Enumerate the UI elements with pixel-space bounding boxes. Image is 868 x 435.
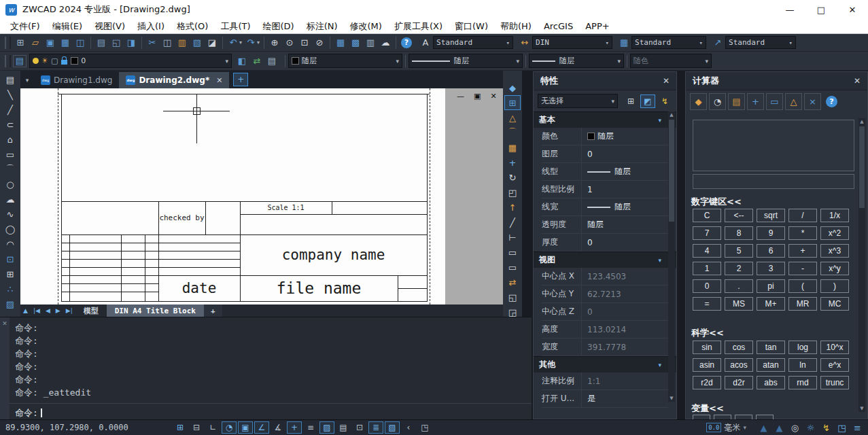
- section-header-3[interactable]: 其他▾: [534, 356, 676, 372]
- document-tab-1[interactable]: dwgDrawing1.dwg: [34, 72, 119, 88]
- rectangle-icon[interactable]: ▭: [2, 147, 18, 162]
- settings-gear-icon[interactable]: ☼: [803, 421, 818, 434]
- scroll-down-icon[interactable]: ▼: [668, 395, 675, 402]
- print-preview-icon[interactable]: ◱: [109, 36, 124, 50]
- palette-grip-icon[interactable]: ▤: [2, 72, 18, 87]
- menu-item-express[interactable]: 扩展工具(X): [388, 19, 449, 33]
- redo-icon[interactable]: ↷: [243, 36, 258, 50]
- scroll-down-icon[interactable]: ▼: [858, 405, 865, 412]
- numpad-key-x^2[interactable]: x^2: [820, 226, 849, 240]
- dim-style-icon[interactable]: ↔: [517, 36, 532, 50]
- color-control-select[interactable]: 随层 ▾: [288, 54, 402, 68]
- numpad-key--[interactable]: -: [788, 262, 817, 275]
- property-value[interactable]: 0: [582, 150, 593, 159]
- numpad-key-+[interactable]: +: [788, 244, 817, 258]
- tab-close-icon[interactable]: ✕: [216, 76, 222, 85]
- layer-previous-icon[interactable]: ⇄: [249, 54, 264, 68]
- selection-filter-icon[interactable]: ◎: [787, 421, 803, 434]
- annotation-monitor-toggle[interactable]: ≣: [368, 421, 383, 434]
- section-collapse-icon[interactable]: ▾: [658, 362, 661, 368]
- numpad-key-9[interactable]: 9: [757, 226, 785, 240]
- calculator-close-icon[interactable]: ✕: [854, 76, 861, 86]
- toolbar-grip[interactable]: [5, 37, 11, 49]
- copy-icon[interactable]: ⊞: [504, 95, 521, 110]
- numpad-key-0[interactable]: 0: [693, 279, 721, 293]
- calculator-scrollbar[interactable]: ▲ ▼: [858, 118, 865, 412]
- markup-cloud-icon[interactable]: ☁: [378, 36, 393, 50]
- page-setup-icon[interactable]: ▧: [190, 36, 205, 50]
- sci-key-10^x[interactable]: 10^x: [820, 341, 849, 354]
- menu-item-view[interactable]: 视图(V): [88, 19, 131, 33]
- quick-select-icon[interactable]: ⊞: [623, 94, 638, 108]
- toolbar-grip[interactable]: [5, 55, 11, 67]
- next-layout-button[interactable]: ▶: [53, 307, 63, 314]
- numpad-key-pi[interactable]: pi: [757, 279, 785, 293]
- numpad-key-MC[interactable]: MC: [820, 297, 849, 311]
- numpad-key-.[interactable]: .: [725, 279, 753, 293]
- command-prompt[interactable]: 命令:: [15, 407, 42, 419]
- ucs-display-toggle[interactable]: ▧: [385, 421, 400, 434]
- dim-style-select[interactable]: DIN▾: [532, 36, 612, 49]
- numpad-key-)[interactable]: ): [820, 279, 849, 293]
- property-value[interactable]: 1:1: [582, 377, 600, 386]
- grid-display-toggle[interactable]: ⊞: [173, 421, 188, 434]
- new-layout-button[interactable]: +: [204, 304, 222, 317]
- menu-item-app[interactable]: APP+: [579, 19, 615, 33]
- numpad-key-x^3[interactable]: x^3: [820, 244, 849, 258]
- select-objects-icon[interactable]: ◩: [640, 94, 655, 108]
- sci-key-ln[interactable]: ln: [788, 358, 817, 372]
- scientific-section-label[interactable]: 科学<<: [691, 327, 724, 339]
- calc-measure-angle-icon[interactable]: △: [785, 93, 802, 110]
- numpad-key-sqrt[interactable]: sqrt: [757, 209, 785, 222]
- first-layout-button[interactable]: |◀: [31, 307, 43, 314]
- lineweight-select[interactable]: 随层 ▾: [529, 54, 624, 68]
- numpad-key-<--[interactable]: <--: [725, 209, 753, 222]
- sci-key-tan[interactable]: tan: [757, 341, 785, 354]
- property-value[interactable]: 是: [582, 393, 595, 404]
- numpad-key-/[interactable]: /: [788, 209, 817, 222]
- break-at-point-icon[interactable]: ▭: [504, 260, 521, 275]
- numpad-key-6[interactable]: 6: [757, 244, 785, 258]
- property-value[interactable]: 随层: [582, 166, 631, 177]
- calc-clear-icon[interactable]: ◆: [690, 93, 707, 110]
- numpad-key-MR[interactable]: MR: [788, 297, 817, 311]
- section-collapse-icon[interactable]: ▾: [658, 257, 661, 264]
- sci-key-sin[interactable]: sin: [693, 341, 721, 354]
- ortho-mode-toggle[interactable]: ∟: [205, 421, 220, 434]
- rotate-icon[interactable]: ↻: [504, 170, 521, 185]
- command-panel-close-icon[interactable]: ✕: [2, 320, 7, 327]
- construction-line-icon[interactable]: ╱: [2, 102, 18, 117]
- new-drawing-icon[interactable]: ⊞: [13, 36, 28, 50]
- undo-dropdown-arrow[interactable]: ▾: [239, 39, 242, 46]
- hatch-icon[interactable]: ▨: [2, 296, 18, 311]
- drawing-canvas[interactable]: — ▣ ✕ checked by Scale 1:1 company name …: [20, 88, 503, 304]
- calc-history-icon[interactable]: ◔: [709, 93, 726, 110]
- numpad-key-7[interactable]: 7: [693, 226, 721, 240]
- publish-icon[interactable]: ◨: [124, 36, 139, 50]
- menu-item-modify[interactable]: 修改(M): [344, 19, 388, 33]
- property-value[interactable]: 62.7213: [582, 290, 621, 299]
- menu-item-tools[interactable]: 工具(T): [214, 19, 256, 33]
- properties-close-icon[interactable]: ✕: [663, 76, 670, 86]
- sci-key-rnd[interactable]: rnd: [788, 376, 817, 389]
- numpad-key-MS[interactable]: MS: [725, 297, 753, 311]
- polar-snap-toggle[interactable]: ∠: [254, 421, 269, 434]
- property-value[interactable]: 1: [582, 185, 593, 194]
- quick-calculator-icon[interactable]: ▦: [333, 36, 348, 50]
- field-icon[interactable]: ▥: [363, 36, 378, 50]
- extend-icon[interactable]: ⊢: [504, 230, 521, 245]
- command-line-panel[interactable]: ✕ 命令:命令:命令:命令:命令:命令: _eattedit 命令:: [0, 317, 532, 420]
- property-value[interactable]: 随层: [582, 201, 631, 213]
- offset-icon[interactable]: ⌒: [504, 125, 521, 140]
- layer-select[interactable]: ☀ ▢ 0 ▾: [29, 54, 232, 68]
- close-button[interactable]: ✕: [837, 0, 868, 19]
- save-as-icon[interactable]: ▦: [58, 36, 73, 50]
- property-value[interactable]: 0: [582, 238, 593, 247]
- menu-item-draw[interactable]: 绘图(D): [257, 19, 300, 33]
- customize-menu-icon[interactable]: ≡: [850, 421, 865, 434]
- numpad-key-5[interactable]: 5: [725, 244, 753, 258]
- section-header-2[interactable]: 视图▾: [534, 251, 676, 268]
- calc-intersection-icon[interactable]: ×: [804, 93, 821, 110]
- table-style-select[interactable]: Standard▾: [631, 36, 706, 49]
- sci-key-abs[interactable]: abs: [757, 376, 785, 389]
